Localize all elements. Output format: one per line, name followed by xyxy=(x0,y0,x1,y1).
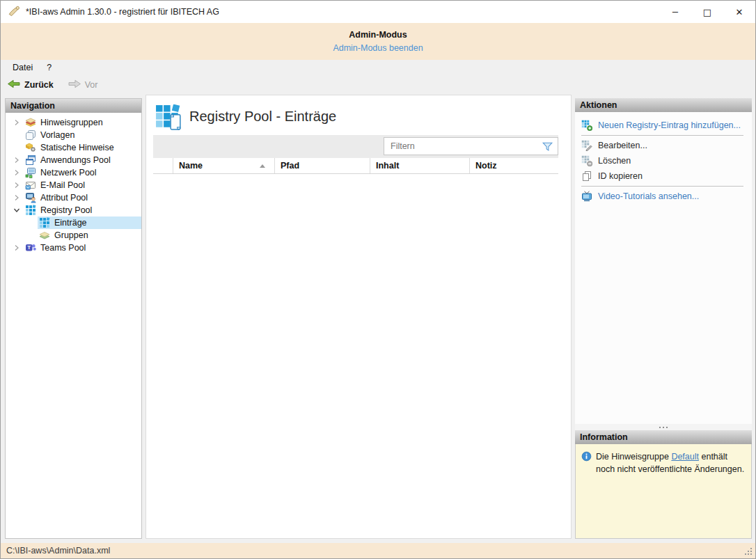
filter-box xyxy=(384,137,558,155)
chevron-right-icon[interactable] xyxy=(11,117,24,128)
chevron-down-icon[interactable] xyxy=(11,205,24,216)
filter-funnel-icon[interactable] xyxy=(542,141,553,152)
action-add-registry-entry[interactable]: Neuen Registry-Eintrag hinzufügen... xyxy=(575,118,752,133)
minimize-button[interactable]: ─ xyxy=(659,1,691,23)
table-body-empty xyxy=(153,174,558,538)
action-bearbeiten[interactable]: Bearbeiten... xyxy=(575,138,752,153)
toolbar: Zurück Vor xyxy=(1,75,755,95)
admin-mode-exit-link[interactable]: Admin-Modus beenden xyxy=(333,43,423,53)
app-icon xyxy=(8,6,20,18)
video-tutorials-icon xyxy=(581,191,592,202)
navigation-tree: Hinweisgruppen Vorlagen Statische Hinwei… xyxy=(6,113,141,254)
aktionen-header: Aktionen xyxy=(575,98,752,112)
back-button-label: Zurück xyxy=(24,80,54,90)
forward-arrow-icon xyxy=(68,79,81,91)
nav-item-statische-hinweise[interactable]: Statische Hinweise xyxy=(6,141,141,154)
groups-icon xyxy=(39,230,50,241)
table-corner-cell xyxy=(153,158,173,173)
registry-add-icon xyxy=(581,120,592,131)
table-header: Name Pfad Inhalt Notiz xyxy=(153,158,558,174)
window-controls: ─ □ ✕ xyxy=(659,1,755,23)
page-title: Registry Pool - Einträge xyxy=(189,104,336,125)
action-loeschen[interactable]: Löschen xyxy=(575,153,752,168)
main-panel: Registry Pool - Einträge Name Pfad Inhal… xyxy=(145,95,572,539)
window-title: *IBI-aws Admin 1.30.0 - registriert für … xyxy=(26,7,219,17)
nav-item-email-pool[interactable]: E-Mail Pool xyxy=(6,179,141,191)
application-pool-icon xyxy=(25,155,36,166)
nav-item-registry-pool[interactable]: Registry Pool xyxy=(6,204,141,216)
main-title-row: Registry Pool - Einträge xyxy=(146,95,571,132)
chevron-right-icon[interactable] xyxy=(11,155,24,166)
menu-help[interactable]: ? xyxy=(40,61,58,74)
nav-item-hinweisgruppen[interactable]: Hinweisgruppen xyxy=(6,116,141,129)
static-notices-icon xyxy=(25,142,36,153)
forward-button-label: Vor xyxy=(85,80,98,90)
information-header: Information xyxy=(575,430,752,444)
nav-item-attribut-pool[interactable]: Attribut Pool xyxy=(6,191,141,204)
chevron-right-icon[interactable] xyxy=(11,242,24,253)
navigation-panel: Navigation Hinweisgruppen Vorlagen Stati… xyxy=(5,98,142,539)
app-window: *IBI-aws Admin 1.30.0 - registriert für … xyxy=(0,0,756,559)
titlebar: *IBI-aws Admin 1.30.0 - registriert für … xyxy=(1,1,755,23)
admin-mode-title: Admin-Modus xyxy=(1,30,755,40)
close-button[interactable]: ✕ xyxy=(723,1,755,23)
statusbar: C:\IBI-aws\Admin\Data.xml xyxy=(1,543,755,558)
forward-button[interactable]: Vor xyxy=(65,77,101,93)
notice-groups-icon xyxy=(25,117,36,128)
right-panel: Aktionen Neuen Registry-Eintrag hinzufüg… xyxy=(575,98,752,539)
email-pool-icon xyxy=(25,180,36,191)
chevron-right-icon[interactable] xyxy=(11,192,24,203)
navigation-header: Navigation xyxy=(6,99,141,113)
back-button[interactable]: Zurück xyxy=(4,77,56,93)
actions-separator xyxy=(581,186,743,187)
information-panel: Die Hinweisgruppe Default enthält noch n… xyxy=(575,444,752,539)
nav-item-vorlagen[interactable]: Vorlagen xyxy=(6,129,141,141)
admin-mode-banner: Admin-Modus Admin-Modus beenden xyxy=(1,23,755,60)
column-header-pfad[interactable]: Pfad xyxy=(274,158,370,173)
column-header-inhalt[interactable]: Inhalt xyxy=(370,158,469,173)
registry-pool-icon xyxy=(25,205,36,216)
action-video-tutorials[interactable]: Video-Tutorials ansehen... xyxy=(575,189,752,204)
splitter-handle[interactable] xyxy=(575,424,752,430)
copy-id-icon xyxy=(581,171,592,182)
registry-edit-icon xyxy=(581,140,592,151)
actions-separator xyxy=(581,135,743,136)
action-id-kopieren[interactable]: ID kopieren xyxy=(575,168,752,184)
maximize-button[interactable]: □ xyxy=(691,1,723,23)
column-header-notiz[interactable]: Notiz xyxy=(469,158,558,173)
default-group-link[interactable]: Default xyxy=(671,452,699,462)
menu-datei[interactable]: Datei xyxy=(6,61,40,74)
attribute-pool-icon xyxy=(25,192,36,203)
info-icon xyxy=(581,451,592,462)
sort-asc-icon xyxy=(260,164,265,168)
registry-delete-icon xyxy=(581,155,592,166)
content-area: Navigation Hinweisgruppen Vorlagen Stati… xyxy=(1,95,755,543)
nav-item-eintraege[interactable]: Einträge xyxy=(6,216,141,229)
column-header-name[interactable]: Name xyxy=(173,158,274,173)
registry-entries-icon xyxy=(39,217,50,228)
teams-pool-icon: T xyxy=(25,242,36,253)
back-arrow-icon xyxy=(7,79,21,91)
nav-item-teams-pool[interactable]: T Teams Pool xyxy=(6,242,141,254)
resize-grip-icon[interactable] xyxy=(743,546,753,556)
filter-input[interactable] xyxy=(384,141,542,151)
templates-icon xyxy=(25,129,36,141)
nav-item-gruppen[interactable]: Gruppen xyxy=(6,229,141,242)
svg-text:T: T xyxy=(27,244,31,251)
information-message: Die Hinweisgruppe Default enthält noch n… xyxy=(596,450,746,475)
nav-item-anwendungs-pool[interactable]: Anwendungs Pool xyxy=(6,154,141,166)
nav-item-netzwerk-pool[interactable]: Netzwerk Pool xyxy=(6,166,141,179)
actions-list: Neuen Registry-Eintrag hinzufügen... Bea… xyxy=(575,112,752,424)
chevron-right-icon[interactable] xyxy=(11,180,24,191)
menubar: Datei ? xyxy=(1,60,755,75)
registry-entries-large-icon xyxy=(155,104,182,131)
filter-strip xyxy=(153,135,558,158)
statusbar-file-path: C:\IBI-aws\Admin\Data.xml xyxy=(6,546,110,556)
network-pool-icon xyxy=(25,167,36,178)
chevron-right-icon[interactable] xyxy=(11,167,24,178)
